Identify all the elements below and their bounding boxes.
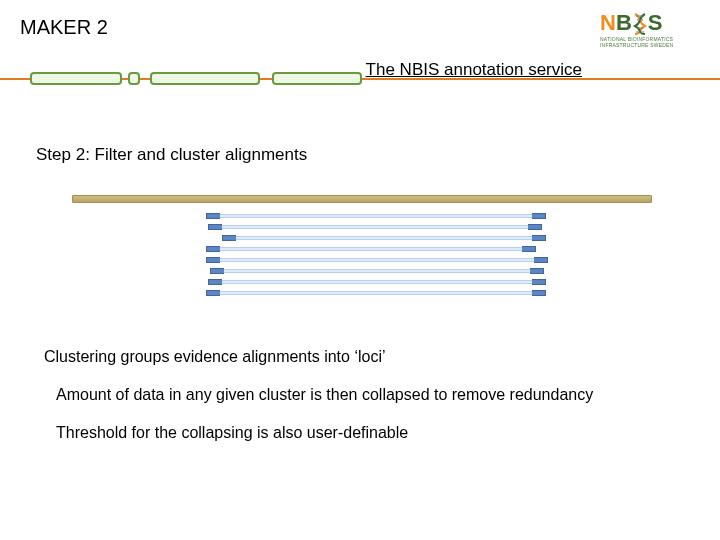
- alignment-row: [206, 257, 548, 263]
- genome-track: [72, 195, 652, 203]
- exon-pill: [272, 72, 362, 85]
- logo-letter-b: B: [616, 10, 632, 36]
- helix-icon: [633, 13, 647, 35]
- slide: MAKER 2 N B S NATIONAL BIOINFORMATICS IN…: [0, 0, 720, 540]
- bullet-3: Threshold for the collapsing is also use…: [56, 424, 408, 442]
- page-title: MAKER 2: [20, 16, 108, 39]
- step-heading: Step 2: Filter and cluster alignments: [36, 145, 307, 165]
- alignment-row: [208, 279, 546, 285]
- bullet-2: Amount of data in any given cluster is t…: [56, 386, 593, 404]
- alignment-diagram: [72, 195, 652, 323]
- alignment-row: [208, 224, 542, 230]
- exon-pill: [30, 72, 122, 85]
- bullet-1: Clustering groups evidence alignments in…: [44, 348, 386, 366]
- exon-pill: [150, 72, 260, 85]
- logo-letter-s: S: [648, 10, 663, 36]
- alignment-row: [206, 246, 536, 252]
- logo-text: N B S: [600, 10, 700, 36]
- service-subtitle: The NBIS annotation service: [366, 60, 582, 80]
- logo-letter-n: N: [600, 10, 616, 36]
- logo-subline-2: INFRASTRUCTURE SWEDEN: [600, 43, 700, 48]
- alignment-row: [206, 290, 546, 296]
- alignment-row: [210, 268, 544, 274]
- alignment-row: [222, 235, 546, 241]
- alignment-stack: [72, 213, 652, 323]
- exon-pill: [128, 72, 140, 85]
- alignment-row: [206, 213, 546, 219]
- nbis-logo: N B S NATIONAL BIOINFORMATICS INFRASTRUC…: [600, 10, 700, 50]
